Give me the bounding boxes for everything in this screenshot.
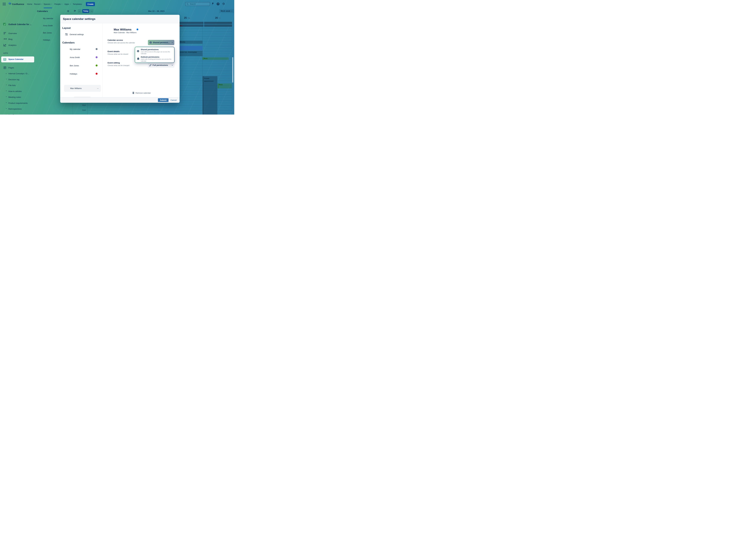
calendar-color-dot[interactable] [96, 73, 98, 75]
calendar-item-ben-jones[interactable]: Ben Jones [70, 64, 79, 67]
arrow-right-icon: → [97, 87, 99, 89]
sidebar-item-blog[interactable]: Blog [8, 38, 12, 40]
settings-gear-icon[interactable] [222, 2, 225, 6]
nav-item-spaces[interactable]: Spaces [44, 3, 52, 5]
calendar-access-dropdown[interactable]: Shared permissi... [148, 40, 174, 45]
calendar-settings-gear-icon[interactable]: ⚙ [67, 10, 69, 12]
bullet-icon: • [6, 108, 6, 109]
arrow-left-icon: ← [79, 10, 81, 12]
panel-calendar-anna-smith[interactable]: Anna Smith [43, 25, 53, 27]
sidebar-page-internal-concepts[interactable]: Internal Concetps / D... [8, 73, 29, 75]
calendar-item-anna-smith[interactable]: Anna Smith [70, 56, 80, 58]
sidebar-page-product-requirements[interactable]: Product requirements [8, 102, 28, 104]
pencil-icon [149, 64, 152, 66]
calendar-color-dot[interactable] [96, 48, 98, 50]
app-switcher-icon[interactable] [3, 3, 6, 6]
calendar-item-max-williams-selected[interactable]: Max Williams → [64, 85, 101, 92]
modal-footer: Submit Cancel [60, 97, 180, 103]
space-calendar-icon [3, 58, 6, 61]
sidebar-item-overview[interactable]: Overview [8, 32, 17, 34]
event-editing-dropdown[interactable]: Full permissions [148, 62, 174, 68]
modal-left-panel: Layout General settings Calendars My cal… [60, 23, 103, 97]
search-icon [187, 3, 188, 5]
search-input[interactable] [189, 3, 206, 5]
modal-header: Space calendar settings [60, 15, 180, 23]
search-field[interactable] [185, 2, 210, 6]
panel-calendar-my-calendar[interactable]: My calendar [43, 18, 53, 20]
nav-item-home[interactable]: Home [27, 3, 32, 5]
remove-calendar-button[interactable]: Remove calendar [132, 92, 151, 94]
announcement-flag-icon[interactable] [212, 3, 214, 6]
event-termin[interactable]: ermin bez. Arbeitsplatz [179, 51, 203, 56]
nav-item-recent[interactable]: Recent [34, 3, 42, 5]
calendar-color-dot[interactable] [96, 64, 98, 66]
scrollbar-thumb[interactable] [232, 57, 233, 83]
submit-button[interactable]: Submit [158, 98, 169, 102]
calendar-item-my-calendar[interactable]: My calendar [70, 48, 80, 50]
panel-calendar-ben-jones[interactable]: Ben Jones [43, 32, 52, 34]
space-logo-icon [3, 23, 6, 26]
sidebar-page-file-lists[interactable]: File lists [8, 84, 16, 86]
event-details-desc: Choose what can be viewed [108, 53, 128, 55]
bullet-icon: • [6, 78, 6, 80]
today-button[interactable]: Today [82, 9, 89, 13]
nav-item-people[interactable]: People [54, 3, 62, 5]
refresh-icon[interactable]: ⟳ [74, 9, 76, 12]
space-name[interactable]: Outlook Calendar for ... [8, 23, 31, 26]
view-selector-label: Work week [221, 10, 230, 12]
chevron-down-icon [41, 4, 42, 4]
space-calendar-settings-modal: Space calendar settings Layout General s… [60, 15, 180, 103]
event-blue[interactable] [179, 46, 203, 50]
chevron-right-icon[interactable]: › [6, 113, 6, 114]
confluence-logo-icon [8, 2, 11, 6]
pages-icon [4, 66, 6, 70]
cancel-button[interactable]: Cancel [171, 99, 177, 101]
panel-calendar-holidays[interactable]: Holidays [43, 39, 50, 41]
sidebar-page-retrospectives[interactable]: Retrospectives [8, 108, 22, 110]
all-day-event[interactable] [204, 25, 232, 27]
chevron-right-icon[interactable]: › [6, 72, 6, 75]
nav-item-apps[interactable]: Apps [65, 3, 71, 5]
event-busy[interactable]: Busy [203, 57, 229, 60]
apps-section-heading: APPS [3, 52, 8, 54]
sidebar-page-decision-log[interactable]: Decision log [8, 78, 20, 81]
calendars-heading: Calendars [62, 41, 75, 44]
general-settings-item[interactable]: General settings [65, 33, 84, 35]
event-private-appointment[interactable]: Private appointment [203, 76, 217, 114]
detail-subtitle: Main Calendar - Max Williams [114, 32, 136, 33]
sidebar-page-meeting-notes[interactable]: Meeting notes [8, 96, 21, 98]
confluence-logo-text: Confluence [12, 3, 24, 5]
all-day-event[interactable] [204, 22, 232, 24]
chevron-down-icon [70, 4, 71, 4]
sidebar-page-how-to-articles[interactable]: How-to articles [8, 90, 22, 92]
event-weekly[interactable]: Weekly [179, 41, 203, 44]
next-week-button[interactable]: → [90, 9, 93, 13]
calendar-access-desc: Choose who can access the calendar [108, 42, 135, 44]
calendar-item-holidays[interactable]: Holidays [70, 73, 77, 75]
chevron-down-icon [172, 65, 173, 65]
option-shared-permissions[interactable]: Shared permissions User with access to t… [137, 49, 173, 55]
nav-item-templates[interactable]: Templates [73, 3, 82, 5]
help-icon[interactable]: ? [216, 2, 220, 6]
view-selector[interactable]: Work week [219, 9, 234, 13]
sidebar-item-space-calendar[interactable]: Space Calendar [1, 56, 34, 62]
event-editing-label: Event editing [108, 62, 120, 64]
bullet-icon: • [6, 84, 6, 86]
top-nav: Confluence Home Recent Spaces People App… [0, 0, 234, 8]
prev-week-button[interactable]: ← [78, 9, 81, 13]
globe-icon [149, 42, 152, 44]
sidebar-item-analytics[interactable]: Analytics [8, 44, 17, 46]
bullet-icon: • [6, 96, 6, 98]
sidebar-page-use-cases[interactable]: Use Cases [8, 114, 18, 114]
event-busy[interactable]: Busy [218, 83, 232, 88]
day-header-fri: 26Fri [215, 17, 221, 19]
calendar-color-dot[interactable] [96, 56, 98, 58]
chevron-down-icon [51, 4, 52, 4]
option-outlook-permissions[interactable]: Outlook permissions Users with existing … [137, 56, 173, 62]
svg-text:?: ? [217, 3, 218, 5]
chevron-down-icon [172, 42, 173, 43]
selected-calendar-label: Max Williams [70, 87, 82, 89]
lock-icon [137, 57, 139, 60]
sidebar-item-pages[interactable]: Pages [8, 66, 14, 69]
create-button[interactable]: Create [86, 2, 95, 6]
